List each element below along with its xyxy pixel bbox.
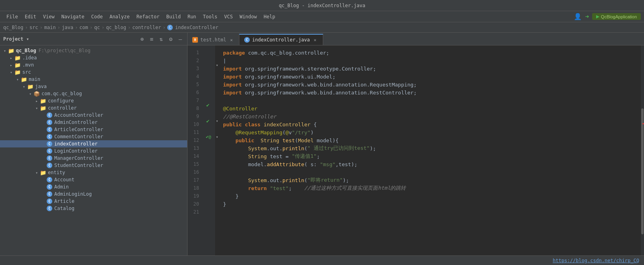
tab-close-test-html[interactable]: ✕ (229, 37, 234, 43)
user-icon[interactable]: 👤 (574, 13, 582, 20)
tree-item-accountcontroller[interactable]: ▸ C AccountController (0, 112, 187, 119)
editor-area: H test.html ✕ C indexController.java ✕ 1… (188, 33, 644, 255)
tree-item-indexcontroller[interactable]: ▸ C indexController (0, 140, 187, 147)
scroll-icon[interactable]: ≡ (148, 35, 155, 43)
tab-test-html[interactable]: H test.html ✕ (188, 34, 239, 45)
tab-close-indexcontroller[interactable]: ✕ (312, 37, 318, 43)
vertical-scrollbar[interactable] (641, 45, 644, 255)
line-num-19: 19 (188, 192, 202, 200)
tree-item-account[interactable]: ▸ C Account (0, 176, 187, 183)
fold-3[interactable]: ▾ (216, 61, 218, 69)
code-line-9: //@RestController (220, 112, 641, 120)
tree-item-adminloginlog[interactable]: ▸ C AdminLoginLog (0, 190, 187, 198)
breadcrumb-qcblog2[interactable]: qc_blog (106, 25, 126, 30)
tree-label-accountcontroller: AccountController (54, 112, 103, 118)
menu-bar: File Edit View Navigate Code Analyze Ref… (0, 11, 644, 22)
settings-icon[interactable]: ⚙ (167, 35, 174, 43)
entity-folder-icon: 📁 (40, 169, 46, 176)
tree-item-admincontroller[interactable]: ▸ C AdminController (0, 119, 187, 126)
breadcrumb-src[interactable]: src (30, 25, 38, 30)
main-folder-icon: 📁 (21, 76, 27, 82)
account-icon: C (46, 177, 53, 183)
code-line-1: package com.qc.qc_blog.controller; (220, 49, 641, 57)
line-num-12: 12 (188, 136, 202, 144)
run-label: QcBlogApplication (601, 14, 637, 19)
fold-12[interactable]: ▾ (216, 133, 218, 141)
breadcrumb-qcblog[interactable]: qc_Blog (3, 25, 24, 30)
tab-indexcontroller-java[interactable]: C indexController.java ✕ (239, 34, 323, 45)
scrollbar-thumb[interactable] (641, 108, 644, 234)
gutter-icons-12[interactable]: ✔@ (206, 133, 211, 141)
tree-item-project[interactable]: ▾ 📁 qc_Blog F:\project\qc_Blog (0, 47, 187, 54)
menu-item-analyze[interactable]: Analyze (106, 13, 133, 20)
menu-item-run[interactable]: Run (184, 13, 200, 20)
tree-item-logincontroller[interactable]: ▸ C LoginController (0, 147, 187, 155)
tree-item-package[interactable]: ▾ 📦 com.qc.qc_blog (0, 90, 187, 97)
error-marker (642, 123, 644, 124)
tree-item-configure[interactable]: ▸ 📁 configure (0, 97, 187, 104)
tab-label-indexcontroller: indexController.java (252, 37, 310, 43)
tree-label-controller: controller (48, 105, 77, 111)
breadcrumb-java[interactable]: java (62, 25, 73, 30)
breadcrumb-sep-4: › (75, 25, 78, 30)
catalog-icon: C (46, 205, 53, 212)
menu-item-tools[interactable]: Tools (200, 13, 221, 20)
tree-item-articlecontroller[interactable]: ▸ C ArticleController (0, 126, 187, 133)
tree-item-controller[interactable]: ▾ 📁 controller (0, 104, 187, 112)
locate-icon[interactable]: ⊕ (138, 35, 146, 43)
menu-item-edit[interactable]: Edit (22, 13, 40, 20)
menu-item-view[interactable]: View (40, 13, 58, 20)
code-line-13: System.out.println(" 通过try已访问到test"); (220, 144, 641, 152)
sort-icon[interactable]: ⇅ (158, 35, 165, 43)
breadcrumb-main[interactable]: main (44, 25, 56, 30)
tree-label-catalog: Catalog (54, 206, 75, 211)
tab-label-test-html: test.html (200, 37, 226, 43)
project-folder-icon: 📁 (8, 47, 14, 54)
menu-item-build[interactable]: Build (163, 13, 184, 20)
arrow-icon[interactable]: ➜ (585, 13, 589, 20)
gutter-fold-8[interactable]: ✔ (206, 101, 209, 109)
tree-label-admin: Admin (54, 184, 69, 190)
code-line-21 (220, 208, 641, 216)
menu-item-help[interactable]: Help (261, 13, 279, 20)
menu-item-vcs[interactable]: VCS (221, 13, 236, 20)
tree-item-studentcontroller[interactable]: ▸ C StudentController (0, 162, 187, 169)
tree-arrow-controller: ▾ (34, 105, 40, 111)
line-num-8: 8 (188, 104, 202, 112)
tree-label-admincontroller: AdminController (54, 120, 97, 125)
line-num-4: 4 (188, 73, 202, 80)
tree-item-article[interactable]: ▸ C Article (0, 198, 187, 205)
tree-item-admin[interactable]: ▸ C Admin (0, 183, 187, 190)
breadcrumb-controller[interactable]: controller (132, 25, 161, 30)
tree-item-java[interactable]: ▾ 📁 java (0, 83, 187, 90)
code-line-11: @RequestMapping(@v"/try") (220, 128, 641, 136)
tree-item-commentcontroller[interactable]: ▸ C CommentController (0, 133, 187, 140)
code-line-18: return "test"; //通过这种方式可直接实现页面html的跳转 (220, 184, 641, 192)
indexcontroller-icon: C (46, 141, 53, 147)
tree-item-main[interactable]: ▾ 📁 main (0, 76, 187, 83)
code-content[interactable]: package com.qc.qc_blog.controller; | imp… (220, 45, 641, 255)
tree-item-idea[interactable]: ▸ 📁 .idea (0, 54, 187, 61)
breadcrumb-qc[interactable]: qc (94, 25, 100, 30)
menu-item-window[interactable]: Window (236, 13, 260, 20)
tree-item-managercontroller[interactable]: ▸ C ManagerController (0, 155, 187, 162)
code-line-2: | (220, 57, 641, 65)
menu-item-navigate[interactable]: Navigate (58, 13, 88, 20)
tree-item-entity[interactable]: ▾ 📁 entity (0, 169, 187, 176)
adminloginlog-icon: C (46, 191, 53, 197)
run-application-button[interactable]: ▶ QcBlogApplication (592, 13, 641, 20)
status-url[interactable]: https://blog.csdn.net/chirp_CQ (553, 258, 639, 263)
tree-item-src[interactable]: ▾ 📁 src (0, 69, 187, 76)
tree-item-catalog[interactable]: ▸ C Catalog (0, 205, 187, 212)
close-icon[interactable]: — (177, 35, 184, 43)
fold-10[interactable]: ▾ (216, 117, 218, 125)
menu-item-code[interactable]: Code (88, 13, 106, 20)
tree-label-adminloginlog: AdminLoginLog (54, 191, 92, 197)
gutter-fold-10[interactable]: ✔ (206, 117, 209, 125)
breadcrumb-file[interactable]: indexController (175, 25, 218, 30)
breadcrumb-com[interactable]: com (79, 25, 88, 30)
menu-item-file[interactable]: File (3, 13, 21, 20)
tree-label-managercontroller: ManagerController (54, 155, 103, 161)
tree-item-mvn[interactable]: ▸ 📁 .mvn (0, 61, 187, 69)
menu-item-refactor[interactable]: Refactor (133, 13, 163, 20)
